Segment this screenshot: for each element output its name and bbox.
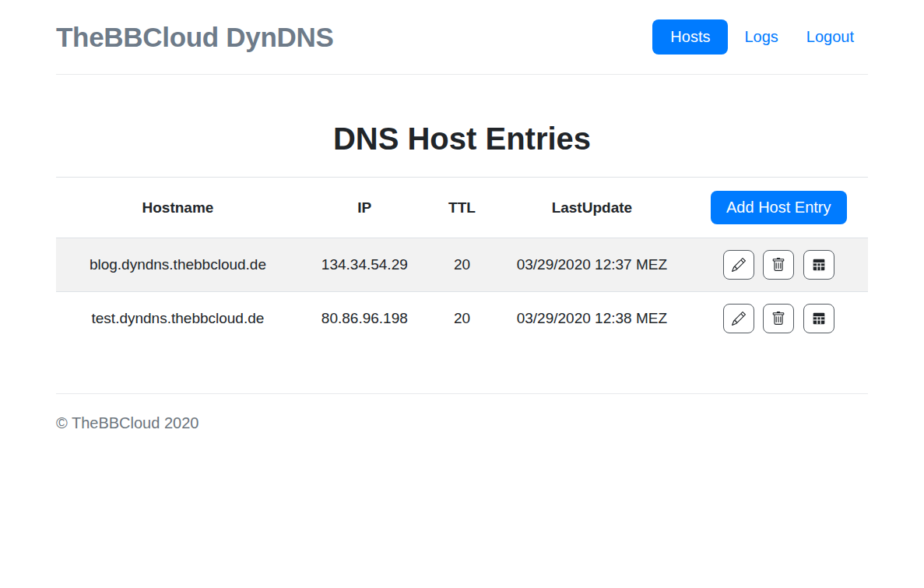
delete-host-button[interactable]: [763, 250, 794, 280]
main-nav: Hosts Logs Logout: [652, 19, 868, 55]
edit-host-button[interactable]: [723, 304, 754, 333]
pencil-icon: [732, 258, 746, 272]
ip-cell: 80.86.96.198: [300, 292, 430, 346]
actions-cell: [690, 292, 868, 346]
actions-cell: [690, 238, 868, 292]
column-header-lastupdate: LastUpdate: [494, 178, 689, 238]
column-header-ttl: TTL: [430, 178, 494, 238]
delete-host-button[interactable]: [763, 304, 794, 333]
ttl-cell: 20: [430, 292, 494, 346]
details-host-button[interactable]: [803, 304, 834, 333]
lastupdate-cell: 03/29/2020 12:37 MEZ: [494, 238, 689, 292]
lastupdate-cell: 03/29/2020 12:38 MEZ: [494, 292, 689, 346]
edit-host-button[interactable]: [723, 250, 754, 280]
page-title: DNS Host Entries: [56, 121, 868, 157]
table-icon: [812, 258, 826, 272]
table-icon: [812, 312, 826, 326]
ttl-cell: 20: [430, 238, 494, 292]
table-header-row: Hostname IP TTL LastUpdate Add Host Entr…: [56, 178, 868, 238]
page-container: TheBBCloud DynDNS Hosts Logs Logout DNS …: [44, 0, 880, 448]
trash-icon: [771, 258, 785, 272]
add-host-entry-button[interactable]: Add Host Entry: [711, 191, 847, 224]
trash-icon: [771, 312, 785, 326]
ip-cell: 134.34.54.29: [300, 238, 430, 292]
column-header-ip: IP: [300, 178, 430, 238]
table-row: test.dyndns.thebbcloud.de 80.86.96.198 2…: [56, 292, 868, 346]
nav-item-logs[interactable]: Logs: [730, 19, 792, 55]
dns-hosts-table: Hostname IP TTL LastUpdate Add Host Entr…: [56, 177, 868, 345]
details-host-button[interactable]: [803, 250, 834, 280]
nav-item-hosts[interactable]: Hosts: [652, 19, 728, 55]
brand-title[interactable]: TheBBCloud DynDNS: [56, 22, 334, 53]
pencil-icon: [732, 312, 746, 326]
copyright-text: © TheBBCloud 2020: [56, 414, 199, 431]
site-header: TheBBCloud DynDNS Hosts Logs Logout: [56, 0, 868, 75]
table-row: blog.dyndns.thebbcloud.de 134.34.54.29 2…: [56, 238, 868, 292]
column-header-hostname: Hostname: [56, 178, 300, 238]
nav-item-logout[interactable]: Logout: [792, 19, 868, 55]
main-content: DNS Host Entries Hostname IP TTL LastUpd…: [56, 121, 868, 345]
column-header-actions: Add Host Entry: [690, 178, 868, 238]
site-footer: © TheBBCloud 2020: [56, 393, 868, 448]
hostname-cell: blog.dyndns.thebbcloud.de: [56, 238, 300, 292]
hostname-cell: test.dyndns.thebbcloud.de: [56, 292, 300, 346]
